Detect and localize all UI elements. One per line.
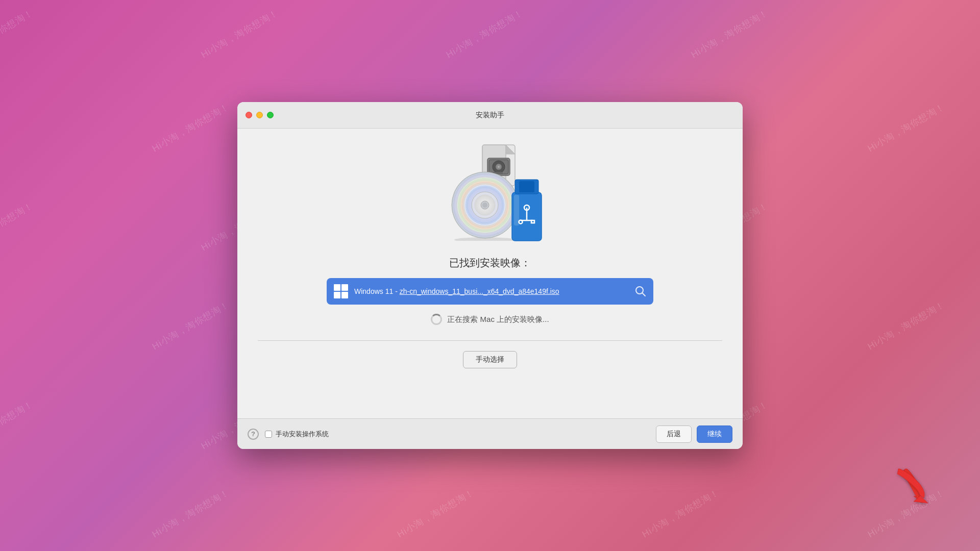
app-window: 安装助手: [237, 102, 743, 449]
continue-button[interactable]: 继续: [697, 425, 732, 443]
back-button[interactable]: 后退: [656, 425, 692, 443]
install-checkbox-label: 手动安装操作系统: [276, 430, 329, 439]
manual-select-button[interactable]: 手动选择: [463, 351, 517, 368]
red-arrow-container: [893, 465, 939, 513]
traffic-lights: [246, 112, 274, 118]
maximize-button[interactable]: [267, 112, 274, 118]
svg-rect-26: [514, 195, 519, 226]
searching-text: 正在搜索 Mac 上的安装映像...: [447, 315, 549, 324]
loading-spinner: [431, 314, 442, 325]
iso-selection-row[interactable]: Windows 11 - zh-cn_windows_11_busi..._x6…: [327, 278, 653, 305]
iso-magnify-icon[interactable]: [635, 286, 646, 297]
checkbox-area: 手动安装操作系统: [265, 430, 329, 439]
svg-point-6: [498, 166, 500, 168]
window-title: 安装助手: [476, 111, 504, 120]
close-button[interactable]: [246, 112, 252, 118]
svg-rect-28: [341, 284, 348, 291]
svg-rect-20: [519, 181, 534, 192]
iso-filename: Windows 11 - zh-cn_windows_11_busi..._x6…: [354, 287, 629, 295]
bottom-right-buttons: 后退 继续: [656, 425, 732, 443]
bottom-bar: ? 手动安装操作系统 后退 继续: [237, 418, 743, 449]
found-label: 已找到安装映像：: [449, 256, 531, 270]
titlebar: 安装助手: [237, 102, 743, 129]
red-arrow-icon: [893, 465, 939, 511]
svg-point-17: [482, 203, 487, 208]
svg-rect-29: [334, 292, 340, 298]
icon-area: [434, 144, 546, 246]
install-checkbox[interactable]: [265, 431, 272, 438]
windows-logo-icon: [334, 284, 348, 298]
svg-rect-27: [334, 284, 340, 291]
svg-rect-30: [341, 292, 348, 298]
svg-line-32: [642, 293, 645, 296]
divider: [258, 340, 722, 341]
searching-row: 正在搜索 Mac 上的安装映像...: [431, 314, 549, 325]
usb-icon: [508, 177, 546, 246]
minimize-button[interactable]: [256, 112, 263, 118]
main-content: 已找到安装映像： Windows 11 - zh-cn_windows_11_b…: [237, 129, 743, 418]
help-button[interactable]: ?: [248, 429, 259, 440]
